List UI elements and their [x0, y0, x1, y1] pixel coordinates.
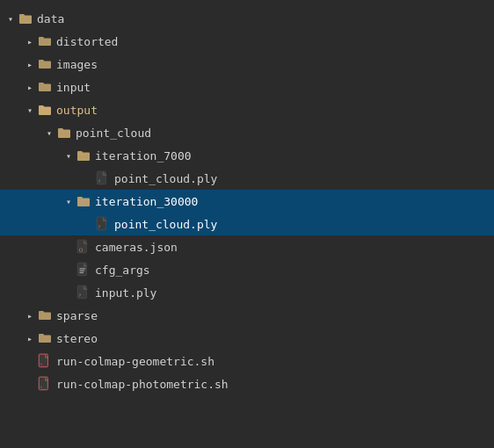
label-images: images: [56, 58, 98, 71]
folder-icon-iteration_30000: [76, 193, 91, 209]
sh-icon-run_colmap_photometric: >_: [37, 376, 53, 392]
label-point_cloud_ply_1: point_cloud.ply: [114, 172, 217, 185]
tree-item-cameras_json[interactable]: {} cameras.json: [0, 235, 494, 258]
folder-icon-output: [37, 102, 53, 118]
label-iteration_30000: iteration_30000: [95, 195, 198, 208]
label-cameras_json: cameras.json: [95, 241, 178, 254]
label-sparse: sparse: [56, 309, 98, 322]
tree-item-run_colmap_photometric[interactable]: >_ run-colmap-photometric.sh: [0, 372, 494, 395]
tree-item-point_cloud[interactable]: point_cloud: [0, 121, 494, 144]
label-input_ply: input.ply: [95, 286, 156, 300]
chevron-input[interactable]: [23, 80, 37, 94]
ply-icon-input_ply: ?: [76, 285, 91, 300]
tree-item-run_colmap_geometric[interactable]: >_ run-colmap-geometric.sh: [0, 350, 494, 372]
svg-text:?: ?: [78, 293, 81, 298]
tree-item-iteration_7000[interactable]: iteration_7000: [0, 144, 494, 167]
tree-item-distorted[interactable]: distorted: [0, 30, 494, 53]
folder-icon-images: [37, 56, 53, 72]
tree-item-input[interactable]: input: [0, 76, 494, 98]
folder-icon-distorted: [37, 33, 53, 49]
json-icon-cameras_json: {}: [76, 239, 91, 255]
chevron-stereo[interactable]: [23, 331, 37, 345]
folder-icon-stereo: [37, 330, 53, 346]
folder-icon-data: [18, 11, 33, 26]
label-distorted: distorted: [56, 35, 118, 48]
tree-item-stereo[interactable]: stereo: [0, 327, 494, 350]
chevron-iteration_7000[interactable]: [62, 148, 76, 163]
svg-text:?: ?: [98, 179, 100, 184]
folder-icon-sparse: [37, 307, 53, 323]
tree-item-images[interactable]: images: [0, 53, 494, 76]
svg-text:{}: {}: [78, 248, 84, 252]
tree-item-output[interactable]: output: [0, 98, 494, 121]
tree-item-data[interactable]: data: [0, 7, 494, 30]
label-run_colmap_photometric: run-colmap-photometric.sh: [56, 378, 229, 391]
chevron-distorted[interactable]: [23, 34, 37, 48]
chevron-iteration_30000[interactable]: [62, 194, 76, 208]
chevron-output[interactable]: [23, 103, 37, 117]
tree-item-cfg_args[interactable]: cfg_args: [0, 258, 494, 281]
tree-item-point_cloud_ply_2[interactable]: ? point_cloud.ply: [0, 213, 494, 235]
cfg-icon-cfg_args: [76, 262, 91, 278]
svg-text:?: ?: [98, 225, 100, 229]
label-iteration_7000: iteration_7000: [95, 149, 192, 163]
tree-item-point_cloud_ply_1[interactable]: ? point_cloud.ply: [0, 167, 494, 190]
chevron-sparse[interactable]: [23, 308, 37, 322]
chevron-images[interactable]: [23, 57, 37, 71]
folder-icon-iteration_7000: [76, 148, 91, 163]
file-tree: data distorted images input output point…: [0, 0, 494, 402]
folder-icon-input: [37, 79, 53, 95]
label-input: input: [56, 81, 91, 94]
sh-icon-run_colmap_geometric: >_: [37, 353, 53, 369]
tree-item-iteration_30000[interactable]: iteration_30000: [0, 190, 494, 213]
label-point_cloud_ply_2: point_cloud.ply: [114, 218, 217, 231]
label-point_cloud: point_cloud: [76, 126, 151, 140]
label-data: data: [37, 12, 64, 25]
label-run_colmap_geometric: run-colmap-geometric.sh: [56, 355, 214, 368]
ply-icon-point_cloud_ply_1: ?: [95, 170, 111, 186]
label-stereo: stereo: [56, 332, 98, 345]
chevron-data[interactable]: [4, 11, 18, 25]
label-cfg_args: cfg_args: [95, 264, 150, 277]
tree-item-input_ply[interactable]: ? input.ply: [0, 281, 494, 304]
chevron-point_cloud[interactable]: [42, 126, 56, 140]
label-output: output: [56, 104, 98, 117]
folder-icon-point_cloud: [56, 125, 72, 141]
tree-item-sparse[interactable]: sparse: [0, 304, 494, 327]
ply-icon-point_cloud_ply_2: ?: [95, 216, 111, 232]
